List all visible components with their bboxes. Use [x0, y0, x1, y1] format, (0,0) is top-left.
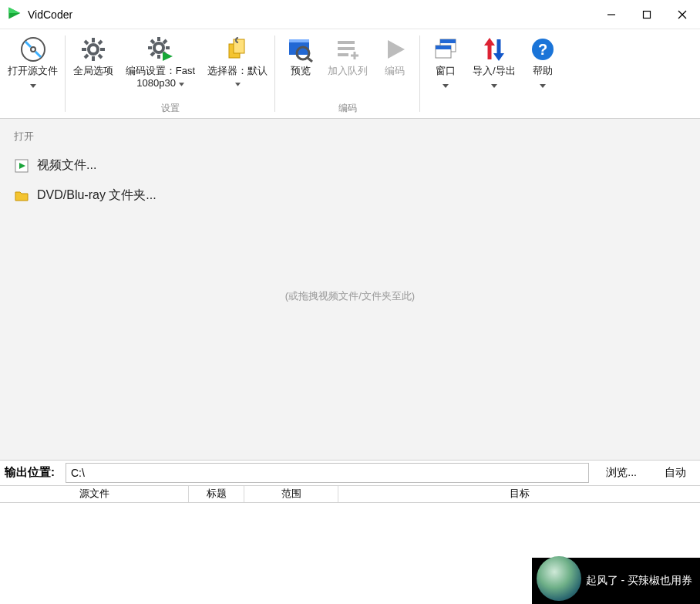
- open-video-file[interactable]: 视频文件...: [14, 157, 686, 174]
- svg-rect-3: [644, 11, 651, 18]
- output-label: 输出位置:: [0, 461, 62, 485]
- music-notification[interactable]: 起风了 - 买辣椒也用券: [532, 558, 700, 604]
- window-title: VidCoder: [28, 8, 72, 21]
- encode-label: 编码: [385, 65, 405, 77]
- window-label: 窗口: [436, 65, 456, 77]
- title-bar: VidCoder: [0, 0, 700, 29]
- open-dvd-folder[interactable]: DVD/Blu-ray 文件夹...: [14, 187, 686, 204]
- auto-button[interactable]: 自动: [651, 461, 700, 485]
- output-row: 输出位置: 浏览... 自动: [0, 460, 700, 486]
- minimize-button[interactable]: [594, 0, 629, 29]
- folder-icon: [14, 188, 29, 204]
- help-button[interactable]: ? 帮助: [520, 32, 565, 83]
- svg-point-7: [31, 47, 35, 52]
- svg-marker-48: [484, 38, 495, 46]
- import-export-icon: [480, 35, 508, 63]
- svg-rect-30: [234, 39, 244, 53]
- svg-line-14: [85, 41, 88, 44]
- open-header: 打开: [14, 130, 686, 143]
- open-source-label: 打开源文件: [8, 65, 58, 77]
- settings-group-caption: 设置: [161, 102, 180, 116]
- add-queue-label: 加入队列: [328, 65, 368, 77]
- svg-line-23: [151, 40, 154, 43]
- import-export-button[interactable]: 导入/导出: [468, 32, 520, 83]
- output-path-input[interactable]: [66, 463, 589, 483]
- chevron-down-icon: [491, 79, 497, 83]
- svg-marker-27: [163, 52, 173, 61]
- chevron-down-icon: [540, 79, 546, 83]
- svg-marker-51: [491, 84, 497, 88]
- gear-icon: [79, 35, 107, 63]
- open-source-button[interactable]: 打开源文件: [3, 32, 62, 83]
- video-file-icon: [14, 158, 29, 174]
- col-title[interactable]: 标题: [189, 486, 244, 502]
- app-icon: [6, 5, 22, 23]
- gear-play-icon: [146, 35, 174, 63]
- global-options-label: 全局选项: [73, 65, 113, 77]
- picker-button[interactable]: 选择器：默认: [203, 32, 272, 89]
- svg-line-26: [151, 52, 154, 56]
- help-label: 帮助: [533, 65, 553, 77]
- import-export-label: 导入/导出: [473, 65, 516, 77]
- svg-marker-1: [8, 8, 20, 14]
- svg-rect-43: [440, 39, 456, 43]
- encoding-settings-button[interactable]: 编码设置：Fast1080p30: [118, 32, 203, 89]
- disc-icon: [19, 35, 47, 63]
- help-icon: ?: [529, 35, 557, 63]
- svg-marker-31: [235, 83, 241, 86]
- svg-rect-45: [436, 46, 451, 49]
- svg-line-25: [163, 40, 167, 43]
- preview-button[interactable]: 预览: [278, 32, 323, 77]
- encode-button[interactable]: 编码: [372, 32, 417, 77]
- svg-marker-54: [540, 84, 546, 88]
- chevron-down-icon: [30, 79, 36, 83]
- encoding-settings-label: 编码设置：Fast1080p30: [126, 65, 195, 89]
- queue-add-icon: [334, 35, 362, 63]
- svg-rect-33: [289, 39, 309, 42]
- svg-point-6: [22, 38, 45, 61]
- queue-table-header: 源文件 标题 范围 目标: [0, 486, 700, 503]
- svg-marker-28: [179, 83, 184, 86]
- svg-marker-46: [443, 84, 449, 88]
- svg-line-16: [99, 41, 102, 44]
- windows-icon: [432, 35, 459, 63]
- open-dvd-folder-label: DVD/Blu-ray 文件夹...: [37, 187, 156, 204]
- browse-button[interactable]: 浏览...: [592, 461, 651, 485]
- picker-icon: [224, 35, 251, 63]
- col-source[interactable]: 源文件: [0, 486, 189, 502]
- open-video-file-label: 视频文件...: [37, 157, 96, 174]
- ribbon-toolbar: 打开源文件 全局选项 编码设置：Fast1080p30: [0, 29, 700, 119]
- preview-icon: [287, 35, 315, 63]
- col-target[interactable]: 目标: [338, 486, 700, 502]
- col-range[interactable]: 范围: [244, 486, 338, 502]
- drop-hint: (或拖拽视频文件/文件夹至此): [0, 289, 700, 303]
- svg-line-35: [308, 58, 312, 62]
- svg-marker-50: [493, 53, 504, 61]
- maximize-button[interactable]: [629, 0, 665, 29]
- svg-marker-41: [388, 40, 405, 59]
- svg-line-15: [99, 55, 102, 58]
- svg-point-18: [154, 43, 163, 52]
- notification-text: 起风了 - 买辣椒也用券: [586, 574, 692, 588]
- play-icon: [381, 35, 409, 63]
- add-queue-button[interactable]: 加入队列: [323, 32, 372, 77]
- open-panel: 打开 视频文件... DVD/Blu-ray 文件夹... (或拖拽视频文件/文…: [0, 119, 700, 460]
- window-button[interactable]: 窗口: [423, 32, 468, 83]
- chevron-down-icon: [443, 79, 449, 83]
- svg-text:?: ?: [538, 41, 547, 58]
- encode-group-caption: 编码: [338, 102, 357, 116]
- close-button[interactable]: [665, 0, 700, 29]
- svg-point-9: [89, 45, 98, 54]
- picker-label: 选择器：默认: [207, 65, 268, 89]
- global-options-button[interactable]: 全局选项: [69, 32, 118, 89]
- svg-line-17: [85, 55, 88, 58]
- preview-label: 预览: [291, 65, 311, 77]
- album-art-icon: [537, 556, 581, 601]
- svg-marker-8: [30, 84, 36, 88]
